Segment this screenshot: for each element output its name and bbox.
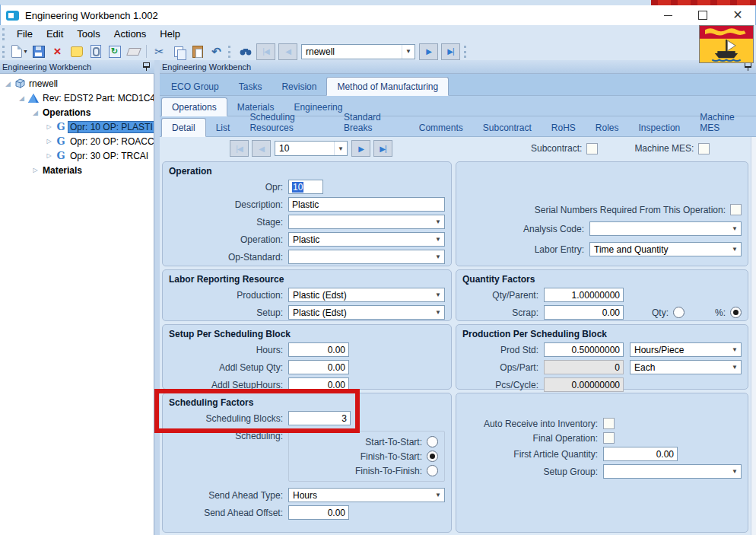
pin-icon[interactable] bbox=[143, 62, 150, 71]
minimize-button[interactable] bbox=[650, 5, 685, 25]
addl-setup-qty-input[interactable]: 0.00 bbox=[288, 360, 349, 374]
auto-receive-checkbox[interactable] bbox=[603, 418, 615, 429]
production-resource-dropdown[interactable]: Plastic (Edst) ▼ bbox=[288, 288, 445, 302]
menu-edit[interactable]: Edit bbox=[40, 26, 70, 42]
analysis-code-dropdown[interactable]: ▼ bbox=[589, 221, 742, 236]
clear-button[interactable] bbox=[125, 43, 142, 59]
tab-tasks[interactable]: Tasks bbox=[229, 78, 272, 95]
scheduling-blocks-input[interactable]: 3 bbox=[288, 411, 351, 425]
scrap-input[interactable]: 0.00 bbox=[544, 305, 624, 320]
expander-icon[interactable]: ◢ bbox=[30, 109, 40, 116]
chevron-down-icon[interactable]: ▼ bbox=[334, 142, 347, 155]
cut-button[interactable]: ✂ bbox=[151, 43, 168, 59]
start-to-start-option[interactable]: Start-To-Start: bbox=[295, 436, 438, 447]
attachment-button[interactable] bbox=[87, 43, 104, 59]
last-record-button[interactable]: ▶| bbox=[441, 43, 460, 60]
tab-machine-mes[interactable]: Machine MES bbox=[690, 108, 756, 136]
paste-button[interactable] bbox=[189, 43, 206, 59]
pin-icon[interactable] bbox=[745, 62, 751, 71]
tab-scheduling-resources[interactable]: Scheduling Resources bbox=[240, 108, 334, 136]
chevron-down-icon[interactable]: ▼ bbox=[729, 243, 741, 256]
send-ahead-type-dropdown[interactable]: Hours ▼ bbox=[288, 488, 445, 502]
tab-comments[interactable]: Comments bbox=[409, 119, 473, 136]
next-record-button[interactable]: ▶ bbox=[419, 43, 438, 60]
first-record-button[interactable]: |◀ bbox=[256, 43, 275, 60]
tab-revision[interactable]: Revision bbox=[272, 78, 326, 95]
expander-icon[interactable]: ◢ bbox=[17, 94, 27, 102]
send-ahead-offset-input[interactable]: 0.00 bbox=[288, 505, 349, 520]
expander-icon[interactable]: ▷ bbox=[44, 123, 54, 130]
tab-operations[interactable]: Operations bbox=[161, 97, 227, 116]
chevron-down-icon[interactable]: ▼ bbox=[432, 233, 444, 246]
delete-button[interactable]: × bbox=[49, 43, 66, 59]
tab-standard-breaks[interactable]: Standard Breaks bbox=[334, 108, 409, 136]
chevron-down-icon[interactable]: ▼ bbox=[432, 306, 444, 319]
chevron-down-icon[interactable]: ▼ bbox=[432, 215, 444, 228]
maximize-button[interactable] bbox=[685, 5, 720, 25]
find-button[interactable] bbox=[237, 43, 254, 59]
menu-file[interactable]: File bbox=[10, 26, 40, 42]
scrap-pct-option[interactable]: %: bbox=[715, 307, 742, 318]
tree-item-operations[interactable]: ◢ Operations bbox=[0, 105, 154, 119]
first-operation-button[interactable]: |◀ bbox=[230, 140, 249, 157]
labor-entry-dropdown[interactable]: Time and Quantity ▼ bbox=[589, 242, 742, 256]
start-to-start-radio[interactable] bbox=[427, 436, 438, 447]
scrollbar[interactable] bbox=[751, 137, 756, 535]
finish-to-finish-radio[interactable] bbox=[427, 465, 438, 476]
tab-detail[interactable]: Detail bbox=[161, 118, 206, 137]
chevron-down-icon[interactable]: ▼ bbox=[729, 222, 741, 235]
expander-icon[interactable]: ▷ bbox=[44, 152, 54, 159]
tab-method-of-manufacturing[interactable]: Method of Manufacturing bbox=[326, 77, 449, 96]
expander-icon[interactable]: ◢ bbox=[3, 80, 13, 88]
pct-radio[interactable] bbox=[730, 307, 742, 318]
prod-std-input[interactable]: 0.50000000 bbox=[544, 342, 624, 357]
tree-item-materials[interactable]: ▷ Materials bbox=[0, 163, 154, 177]
tab-rohs[interactable]: RoHS bbox=[542, 119, 586, 136]
record-search-combobox[interactable]: rnewell ▼ bbox=[301, 44, 415, 59]
menu-tools[interactable]: Tools bbox=[70, 26, 106, 42]
undo-button[interactable]: ↶ bbox=[208, 43, 225, 59]
operation-dropdown[interactable]: Plastic ▼ bbox=[288, 232, 445, 247]
finish-to-start-option[interactable]: Finish-To-Start: bbox=[295, 451, 438, 462]
toolbar-grip[interactable] bbox=[2, 46, 7, 58]
finish-to-finish-option[interactable]: Finish-To-Finish: bbox=[295, 465, 438, 476]
setup-group-dropdown[interactable]: ▼ bbox=[603, 464, 742, 479]
operation-number-combobox[interactable]: 10 ▼ bbox=[275, 141, 348, 156]
machine-mes-checkbox[interactable] bbox=[698, 143, 710, 154]
first-article-input[interactable]: 0.00 bbox=[603, 447, 678, 461]
chevron-down-icon[interactable]: ▼ bbox=[729, 343, 741, 356]
tab-list[interactable]: List bbox=[206, 119, 240, 136]
qty-radio[interactable] bbox=[673, 307, 685, 318]
tab-eco-group[interactable]: ECO Group bbox=[161, 78, 229, 95]
note-button[interactable] bbox=[68, 43, 85, 59]
tab-roles[interactable]: Roles bbox=[586, 119, 629, 136]
opr-input[interactable]: 10 bbox=[288, 180, 323, 194]
previous-operation-button[interactable]: ◀ bbox=[252, 140, 271, 157]
toolbar-grip[interactable] bbox=[228, 46, 233, 58]
new-document-button[interactable]: ▾ bbox=[11, 43, 28, 59]
setup-resource-dropdown[interactable]: Plastic (Edst) ▼ bbox=[288, 305, 445, 320]
last-operation-button[interactable]: ▶| bbox=[373, 140, 392, 157]
menu-help[interactable]: Help bbox=[153, 26, 187, 42]
tab-subcontract[interactable]: Subcontract bbox=[473, 119, 542, 136]
toolbar-grip[interactable] bbox=[2, 28, 7, 40]
tree-item-opr-10[interactable]: ▷ G Opr: 10 OP: PLASTI bbox=[0, 119, 154, 134]
expander-icon[interactable]: ▷ bbox=[30, 167, 40, 174]
copy-button[interactable] bbox=[170, 43, 187, 59]
chevron-down-icon[interactable]: ▼ bbox=[432, 489, 444, 502]
panel-splitter[interactable] bbox=[154, 60, 160, 535]
addl-setup-hours-input[interactable]: 0.00 bbox=[288, 377, 349, 392]
serial-numbers-checkbox[interactable] bbox=[730, 204, 742, 215]
menu-actions[interactable]: Actions bbox=[107, 26, 154, 42]
tree-item-rnewell[interactable]: ◢ rnewell bbox=[0, 76, 154, 91]
chevron-down-icon[interactable]: ▼ bbox=[729, 465, 741, 478]
ops-part-unit-dropdown[interactable]: Each ▼ bbox=[630, 360, 742, 374]
ops-part-input[interactable]: 0 bbox=[544, 360, 624, 374]
op-standard-dropdown[interactable]: ▼ bbox=[288, 250, 445, 264]
next-operation-button[interactable]: ▶ bbox=[351, 140, 370, 157]
pcs-cycle-input[interactable]: 0.00000000 bbox=[544, 377, 624, 392]
toolbar-grip[interactable] bbox=[464, 46, 469, 58]
scrap-qty-option[interactable]: Qty: bbox=[652, 307, 685, 318]
previous-record-button[interactable]: ◀ bbox=[278, 43, 297, 60]
chevron-down-icon[interactable]: ▼ bbox=[432, 288, 444, 301]
